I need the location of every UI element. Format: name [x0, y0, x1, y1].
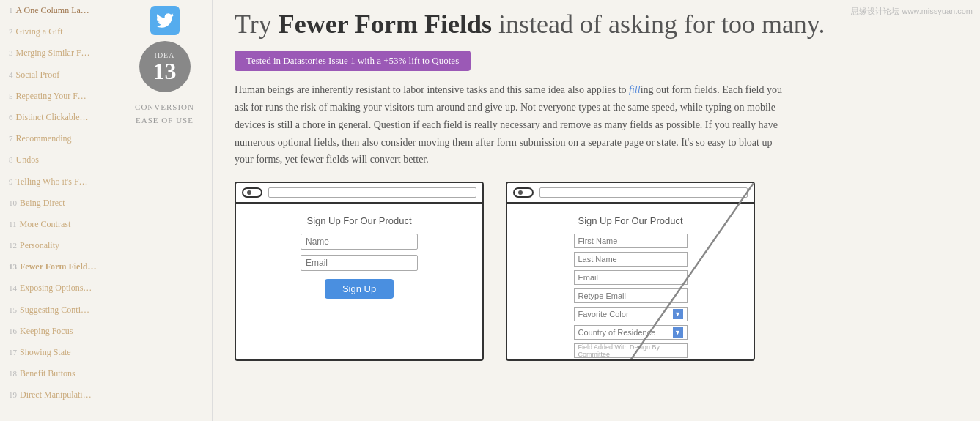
middle-panel: idea 13 CONVERSION EASE OF USE — [117, 0, 213, 421]
sidebar-item-6[interactable]: 6Distinct Clickable… — [0, 107, 117, 128]
sidebar-item-19[interactable]: 19Direct Manipulati… — [0, 384, 117, 406]
wf-left-email: Email — [301, 255, 418, 271]
sidebar-item-9[interactable]: 9Telling Who it's F… — [0, 171, 117, 193]
sidebar-num: 18 — [9, 369, 17, 378]
sidebar-num: 15 — [9, 305, 17, 314]
wf-right-favorite-color: Favorite Color ▼ — [574, 307, 688, 321]
sidebar-num: 12 — [9, 241, 17, 250]
sidebar-label: Distinct Clickable… — [16, 112, 89, 122]
idea-number: 13 — [153, 59, 177, 83]
url-bar-right — [539, 187, 748, 198]
conversion-label: CONVERSION EASE OF USE — [135, 101, 194, 127]
title-bold: Fewer Form Fields — [279, 10, 492, 39]
sidebar-item-15[interactable]: 15Suggesting Conti… — [0, 299, 117, 321]
sidebar-num: 9 — [9, 177, 13, 186]
sidebar-num: 13 — [9, 262, 17, 271]
sidebar-num: 5 — [9, 92, 13, 100]
idea-badge: idea 13 — [139, 41, 191, 92]
sidebar-item-4[interactable]: 4Social Proof — [0, 64, 117, 86]
sidebar-label: Benefit Buttons — [20, 368, 75, 379]
idea-label: idea — [155, 51, 175, 59]
sidebar: 1A One Column La…2Giving a Gift3Merging … — [0, 0, 117, 421]
sidebar-label: Direct Manipulati… — [20, 390, 92, 400]
test-badge: Tested in Datastories Issue 1 with a +53… — [235, 51, 471, 71]
browser-bar-right — [507, 183, 754, 204]
wf-right-retype-email: Retype Email — [574, 288, 688, 303]
sidebar-item-1[interactable]: 1A One Column La… — [0, 0, 117, 21]
sidebar-item-12[interactable]: 12Personality — [0, 235, 117, 256]
sidebar-item-10[interactable]: 10Being Direct — [0, 193, 117, 214]
wf-right-lastname: Last Name — [574, 252, 688, 267]
sidebar-label: Telling Who it's F… — [16, 176, 88, 187]
sidebar-num: 14 — [9, 283, 17, 292]
sidebar-label: Recommending — [16, 133, 72, 144]
main-content: Try Fewer Form Fields instead of asking … — [213, 0, 980, 421]
sidebar-item-14[interactable]: 14Exposing Options… — [0, 277, 117, 299]
sidebar-label: Undos — [16, 154, 39, 165]
watermark: 思缘设计论坛 www.missyuan.com — [851, 6, 973, 17]
wf-right-firstname: First Name — [574, 234, 688, 248]
sidebar-item-8[interactable]: 8Undos — [0, 149, 117, 171]
sidebar-num: 4 — [9, 70, 13, 79]
sidebar-item-18[interactable]: 18Benefit Buttons — [0, 363, 117, 384]
wf-left-signup-button[interactable]: Sign Up — [325, 279, 394, 299]
wireframe-right: Sign Up For Our Product First Name Last … — [506, 182, 755, 361]
wf-right-country: Country of Residence ▼ — [574, 325, 688, 340]
wf-right-email: Email — [574, 270, 688, 285]
sidebar-num: 10 — [9, 198, 17, 207]
sidebar-item-17[interactable]: 17Showing State — [0, 342, 117, 363]
twitter-icon[interactable] — [150, 6, 180, 35]
sidebar-item-16[interactable]: 16Keeping Focus — [0, 321, 117, 342]
wireframe-left: Sign Up For Our Product Name Email Sign … — [235, 182, 484, 361]
sidebar-label: Suggesting Conti… — [20, 305, 89, 315]
browser-dots-right — [513, 187, 534, 198]
sidebar-num: 2 — [9, 27, 13, 36]
wireframe-right-body: Sign Up For Our Product First Name Last … — [507, 204, 754, 361]
title-suffix: instead of asking for too many. — [492, 10, 825, 39]
sidebar-num: 11 — [9, 220, 17, 228]
sidebar-label: Giving a Gift — [16, 26, 63, 37]
wf-left-title: Sign Up For Our Product — [306, 215, 411, 226]
wireframe-left-body: Sign Up For Our Product Name Email Sign … — [236, 204, 482, 310]
sidebar-item-2[interactable]: 2Giving a Gift — [0, 21, 117, 42]
wireframes-container: Sign Up For Our Product Name Email Sign … — [235, 182, 958, 361]
sidebar-num: 3 — [9, 48, 13, 57]
title-prefix: Try — [235, 10, 279, 39]
sidebar-label: Social Proof — [16, 70, 60, 80]
sidebar-num: 16 — [9, 327, 17, 335]
sidebar-label: Fewer Form Field… — [20, 261, 96, 272]
wf-right-title: Sign Up For Our Product — [578, 215, 682, 226]
wf-right-committee-field: Field Added With Design By Committee — [574, 343, 688, 358]
sidebar-num: 1 — [9, 6, 13, 15]
select-arrow-color: ▼ — [673, 309, 683, 319]
sidebar-num: 6 — [9, 113, 13, 122]
browser-bar-left — [236, 183, 482, 204]
sidebar-label: More Contrast — [20, 219, 71, 229]
page-title: Try Fewer Form Fields instead of asking … — [235, 9, 958, 40]
sidebar-label: Merging Similar F… — [16, 48, 90, 58]
sidebar-label: Keeping Focus — [20, 326, 73, 336]
sidebar-num: 19 — [9, 390, 17, 399]
sidebar-item-11[interactable]: 11More Contrast — [0, 214, 117, 235]
url-bar-left — [268, 187, 476, 198]
sidebar-item-5[interactable]: 5Repeating Your F… — [0, 86, 117, 107]
select-arrow-country: ▼ — [673, 327, 683, 338]
sidebar-item-3[interactable]: 3Merging Similar F… — [0, 42, 117, 64]
highlight-filling: fill — [629, 84, 641, 95]
sidebar-item-13[interactable]: 13Fewer Form Field… — [0, 256, 117, 277]
sidebar-label: Exposing Options… — [20, 283, 92, 293]
wf-left-name: Name — [301, 234, 418, 250]
sidebar-label: A One Column La… — [16, 5, 89, 15]
sidebar-num: 17 — [9, 348, 17, 357]
browser-dots-left — [242, 187, 262, 198]
sidebar-item-7[interactable]: 7Recommending — [0, 128, 117, 149]
sidebar-label: Showing State — [20, 347, 71, 357]
sidebar-label: Personality — [20, 240, 59, 250]
sidebar-label: Being Direct — [20, 198, 65, 208]
sidebar-num: 7 — [9, 134, 13, 143]
description-text: Human beings are inherently resistant to… — [235, 81, 784, 168]
sidebar-label: Repeating Your F… — [16, 91, 86, 101]
sidebar-num: 8 — [9, 155, 13, 164]
